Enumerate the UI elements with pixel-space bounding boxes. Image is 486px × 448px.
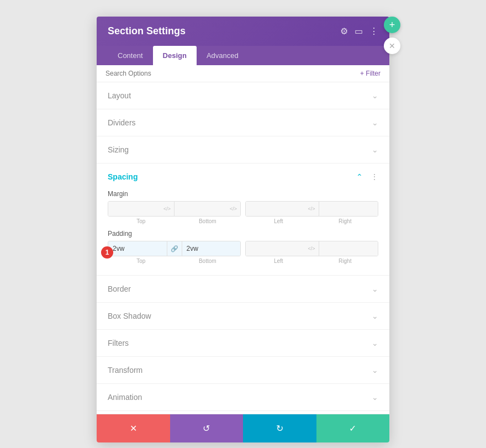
filter-button[interactable]: + Filter bbox=[360, 70, 381, 77]
margin-top-input[interactable] bbox=[108, 202, 160, 216]
margin-label: Margin bbox=[108, 190, 378, 198]
tabs-bar: Content Design Advanced bbox=[97, 46, 389, 65]
margin-bottom-input[interactable] bbox=[175, 202, 226, 216]
padding-tb-labels: Top Bottom bbox=[108, 258, 241, 264]
chevron-down-icon: ⌄ bbox=[372, 284, 378, 293]
accordion-sizing-header[interactable]: Sizing ⌄ bbox=[97, 136, 389, 163]
right-label: Right bbox=[312, 218, 379, 224]
margin-lr-labels: Left Right bbox=[245, 218, 378, 224]
top-label: Top bbox=[108, 258, 175, 264]
accordion-box-shadow-label: Box Shadow bbox=[108, 312, 151, 320]
tab-design[interactable]: Design bbox=[153, 46, 197, 65]
accordion-transform-header[interactable]: Transform ⌄ bbox=[97, 357, 389, 383]
accordion-sizing: Sizing ⌄ bbox=[97, 136, 389, 164]
bottom-bar: ✕ ↺ ↻ ✓ bbox=[97, 414, 389, 442]
padding-top-input[interactable] bbox=[108, 241, 167, 256]
accordion-animation-label: Animation bbox=[108, 393, 142, 402]
accordion-spacing: Spacing ⌃ ⋮ Margin </> bbox=[97, 164, 389, 276]
accordion-dividers-header[interactable]: Dividers ⌄ bbox=[97, 109, 389, 136]
bottom-label: Bottom bbox=[175, 258, 241, 264]
padding-label: Padding bbox=[108, 230, 378, 238]
redo-button[interactable]: ↻ bbox=[243, 414, 316, 442]
accordion-transform: Transform ⌄ bbox=[97, 357, 389, 384]
chevron-down-icon: ⌄ bbox=[372, 312, 378, 320]
accordion-animation: Animation ⌄ bbox=[97, 384, 389, 411]
padding-left-input[interactable] bbox=[246, 241, 305, 256]
margin-left-right: </> Left Right bbox=[245, 201, 378, 224]
accordion-animation-header[interactable]: Animation ⌄ bbox=[97, 384, 389, 410]
close-fab-button[interactable]: ✕ bbox=[384, 38, 400, 54]
chevron-down-icon: ⌄ bbox=[372, 145, 378, 154]
save-button[interactable]: ✓ bbox=[316, 414, 390, 442]
margin-top-bottom-inputs: </> </> bbox=[108, 201, 241, 217]
accordion-border: Border ⌄ bbox=[97, 276, 389, 303]
accordion-transform-label: Transform bbox=[108, 366, 142, 375]
padding-lr-labels: Left Right bbox=[245, 258, 378, 264]
left-label: Left bbox=[245, 218, 312, 224]
margin-left-right-inputs: </> bbox=[245, 201, 378, 217]
add-fab-button[interactable]: + bbox=[384, 17, 400, 33]
search-bar: + Filter bbox=[97, 65, 389, 82]
accordion-filters-header[interactable]: Filters ⌄ bbox=[97, 330, 389, 356]
tab-advanced[interactable]: Advanced bbox=[197, 46, 249, 65]
accordion-layout-header[interactable]: Layout ⌄ bbox=[97, 82, 389, 109]
margin-tb-labels: Top Bottom bbox=[108, 218, 241, 224]
accordion-sizing-label: Sizing bbox=[108, 145, 129, 154]
padding-bottom-input[interactable] bbox=[182, 241, 241, 256]
accordion-box-shadow: Box Shadow ⌄ bbox=[97, 303, 389, 330]
chevron-up-icon: ⌃ bbox=[356, 172, 363, 181]
padding-top-bottom-inputs: 🔗 bbox=[108, 241, 241, 256]
accordion-border-header[interactable]: Border ⌄ bbox=[97, 276, 389, 302]
chevron-down-icon: ⌄ bbox=[372, 366, 378, 375]
top-label: Top bbox=[108, 218, 175, 224]
code-icon: </> bbox=[226, 202, 240, 216]
accordion-filters-label: Filters bbox=[108, 339, 129, 347]
left-label: Left bbox=[245, 258, 312, 264]
code-icon: </> bbox=[305, 202, 319, 216]
padding-right-input[interactable] bbox=[319, 241, 378, 256]
padding-left-right: </> Left Right bbox=[245, 241, 378, 264]
accordion-spacing-label: Spacing bbox=[108, 172, 138, 181]
margin-right-input[interactable] bbox=[319, 202, 378, 216]
undo-button[interactable]: ↺ bbox=[170, 414, 244, 442]
padding-fields: 1 🔗 Top Bottom bbox=[108, 241, 378, 264]
tab-content[interactable]: Content bbox=[108, 46, 153, 65]
panel-content: Layout ⌄ Dividers ⌄ Sizing ⌄ bbox=[97, 82, 389, 414]
accordion-layout-label: Layout bbox=[108, 91, 131, 100]
spacing-options-icon[interactable]: ⋮ bbox=[371, 172, 378, 181]
accordion-box-shadow-header[interactable]: Box Shadow ⌄ bbox=[97, 303, 389, 329]
header-icons: ⚙ ▭ ⋮ bbox=[340, 26, 378, 36]
search-input[interactable] bbox=[105, 70, 360, 77]
code-icon: </> bbox=[160, 202, 174, 216]
margin-left-input[interactable] bbox=[246, 202, 305, 216]
margin-top-bottom: </> </> Top Bottom bbox=[108, 201, 241, 224]
accordion-layout: Layout ⌄ bbox=[97, 82, 389, 109]
margin-fields: </> </> Top Bottom bbox=[108, 201, 378, 224]
cancel-button[interactable]: ✕ bbox=[97, 414, 170, 442]
accordion-spacing-header[interactable]: Spacing ⌃ ⋮ bbox=[97, 164, 389, 190]
accordion-border-label: Border bbox=[108, 284, 131, 293]
settings-icon[interactable]: ⚙ bbox=[340, 26, 348, 36]
bottom-label: Bottom bbox=[175, 218, 241, 224]
code-icon: </> bbox=[305, 241, 319, 256]
padding-top-bottom: 🔗 Top Bottom bbox=[108, 241, 241, 264]
accordion-dividers-label: Dividers bbox=[108, 118, 136, 127]
columns-icon[interactable]: ▭ bbox=[355, 26, 363, 36]
panel-title: Section Settings bbox=[108, 25, 186, 37]
more-icon[interactable]: ⋮ bbox=[369, 26, 378, 36]
accordion-filters: Filters ⌄ bbox=[97, 330, 389, 357]
chevron-down-icon: ⌄ bbox=[372, 393, 378, 402]
chevron-down-icon: ⌄ bbox=[372, 118, 378, 127]
right-label: Right bbox=[312, 258, 379, 264]
chevron-down-icon: ⌄ bbox=[372, 91, 378, 100]
link-icon[interactable]: 🔗 bbox=[167, 241, 182, 256]
section-settings-panel: Section Settings ⚙ ▭ ⋮ Content Design Ad… bbox=[97, 17, 389, 442]
panel-header: Section Settings ⚙ ▭ ⋮ bbox=[97, 17, 389, 46]
accordion-dividers: Dividers ⌄ bbox=[97, 109, 389, 136]
badge-number: 1 bbox=[101, 246, 113, 259]
chevron-down-icon: ⌄ bbox=[372, 339, 378, 347]
margin-section: Margin </> </> Top bbox=[97, 190, 389, 275]
padding-left-right-inputs: </> bbox=[245, 241, 378, 256]
